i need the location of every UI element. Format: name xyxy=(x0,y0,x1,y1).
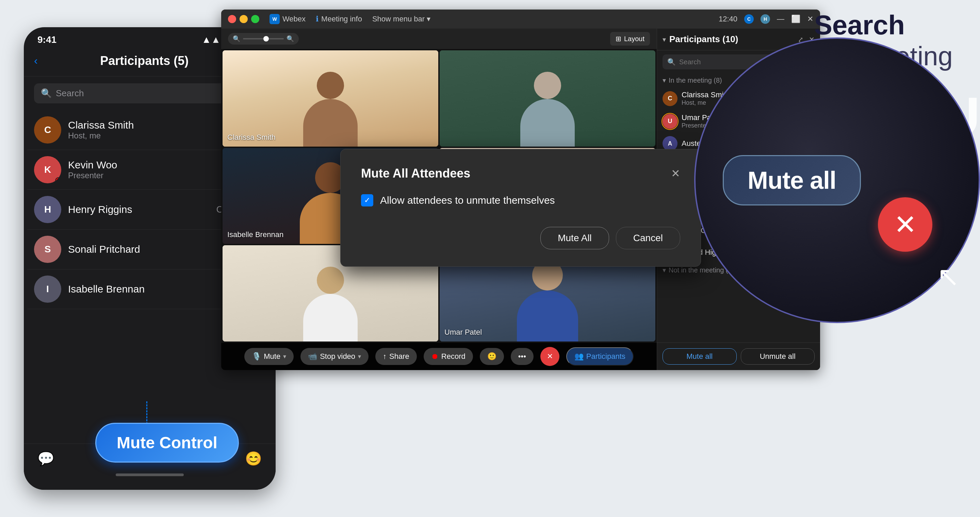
maximize-button[interactable] xyxy=(251,15,259,23)
participant-role: Presenter xyxy=(68,171,237,180)
participant-name: Sonali Pritchard xyxy=(68,244,237,255)
phone-time: 9:41 xyxy=(37,34,56,45)
stop-video-label: Stop video xyxy=(320,352,355,361)
allow-unmute-checkbox[interactable]: ✓ xyxy=(361,194,373,206)
home-indicator xyxy=(116,473,184,476)
participant-name: Henry Riggins xyxy=(68,204,210,215)
meeting-info-button[interactable]: ℹ Meeting info xyxy=(316,14,362,24)
zoom-slider[interactable] xyxy=(243,38,284,40)
video-controls-bar: 🎙️ Mute ▾ 📹 Stop video ▾ ↑ Share ⏺ Recor… xyxy=(221,343,657,370)
zoom-in-icon[interactable]: 🔍 xyxy=(286,35,294,43)
mute-all-large-button[interactable]: Mute all xyxy=(723,155,861,205)
record-button[interactable]: ⏺ Record xyxy=(424,348,473,365)
participants-panel-button[interactable]: 👥 Participants xyxy=(566,347,633,366)
layout-icon: ⊞ xyxy=(616,35,621,43)
share-button[interactable]: ↑ Share xyxy=(375,348,417,365)
dialog-checkbox-row: ✓ Allow attendees to unmute themselves xyxy=(361,194,680,206)
video-name-tag: Isabelle Brennan xyxy=(227,230,283,239)
share-label: Share xyxy=(389,352,409,361)
mute-label: Mute xyxy=(264,352,280,361)
chevron-icon: ▾ xyxy=(662,76,666,84)
avatar: K xyxy=(34,156,61,183)
phone-panel-title: Participants (5) xyxy=(100,54,189,68)
mute-button[interactable]: 🎙️ Mute ▾ xyxy=(244,348,294,365)
window-controls xyxy=(228,15,259,23)
layout-button[interactable]: ⊞ Layout xyxy=(610,32,650,46)
close-button[interactable] xyxy=(228,15,236,23)
video-toolbar: 🔍 🔍 ⊞ Layout xyxy=(221,29,657,49)
layout-label: Layout xyxy=(624,35,644,43)
end-call-button[interactable]: ✕ xyxy=(540,347,559,366)
dialog-header: Mute All Attendees ✕ xyxy=(361,167,680,181)
back-button[interactable]: ‹ xyxy=(34,54,38,67)
end-call-icon: ✕ xyxy=(547,352,553,361)
search-icon: 🔍 xyxy=(41,88,52,98)
more-button[interactable]: ••• xyxy=(511,348,533,365)
dialog-actions: Mute All Cancel xyxy=(361,227,680,249)
avatar: C xyxy=(34,116,61,144)
collapse-panel-icon[interactable]: ▾ xyxy=(662,35,666,44)
search-placeholder: Search xyxy=(56,88,84,98)
avatar: I xyxy=(34,276,61,303)
show-menu-bar-button[interactable]: Show menu bar ▾ xyxy=(372,14,430,24)
mute-chevron-icon: ▾ xyxy=(283,353,286,360)
participant-name: Isabelle Brennan xyxy=(68,283,237,295)
checkbox-label: Allow attendees to unmute themselves xyxy=(380,195,555,206)
share-icon: ↑ xyxy=(383,352,387,361)
webex-logo-area: W Webex xyxy=(269,14,305,24)
meeting-info-label: Meeting info xyxy=(321,14,362,24)
record-label: Record xyxy=(441,352,466,361)
video-icon: 📹 xyxy=(308,352,317,361)
stop-video-button[interactable]: 📹 Stop video ▾ xyxy=(301,348,369,365)
reactions-icon: 🙂 xyxy=(487,352,496,361)
cursor-pointer: ↖ xyxy=(937,261,959,292)
mute-all-confirm-button[interactable]: Mute All xyxy=(540,227,609,249)
unmute-all-button[interactable]: Unmute all xyxy=(741,348,815,365)
mute-all-dialog[interactable]: Mute All Attendees ✕ ✓ Allow attendees t… xyxy=(340,149,701,266)
mute-all-bubble-area: Mute all ✕ ↖ xyxy=(674,21,980,327)
chevron-down-icon: ▾ xyxy=(427,14,430,24)
zoom-control[interactable]: 🔍 🔍 xyxy=(228,33,299,44)
record-icon: ⏺ xyxy=(431,352,439,361)
participants-label: Participants xyxy=(586,352,625,361)
chat-icon[interactable]: 💬 xyxy=(37,451,54,467)
participant-role: Host, me xyxy=(68,131,237,141)
mute-all-button[interactable]: Mute all xyxy=(662,348,737,365)
webex-logo: W xyxy=(269,14,280,24)
reactions-button[interactable]: 🙂 xyxy=(480,348,504,365)
close-mute-all-button[interactable]: ✕ xyxy=(878,197,932,252)
cancel-button[interactable]: Cancel xyxy=(616,227,680,249)
app-name: Webex xyxy=(282,14,305,24)
show-menu-label: Show menu bar xyxy=(372,14,425,24)
video-cell xyxy=(440,50,655,147)
emoji-icon[interactable]: 😊 xyxy=(245,451,262,467)
participants-icon: 👥 xyxy=(574,352,584,361)
more-icon: ••• xyxy=(518,352,526,361)
avatar: S xyxy=(34,236,61,263)
avatar: H xyxy=(34,196,61,223)
microphone-icon: 🎙️ xyxy=(252,352,261,361)
zoom-out-icon[interactable]: 🔍 xyxy=(233,35,240,43)
panel-footer: Mute all Unmute all xyxy=(657,343,820,370)
video-name-tag: Umar Patel xyxy=(444,328,482,337)
info-icon: ℹ xyxy=(316,14,318,24)
video-name-tag: Clarissa Smith xyxy=(227,133,275,142)
video-chevron-icon: ▾ xyxy=(358,353,361,360)
dialog-title: Mute All Attendees xyxy=(361,167,470,181)
mute-control-bubble[interactable]: Mute Control xyxy=(95,423,239,463)
participant-name: Clarissa Smith xyxy=(68,119,237,131)
mute-all-label: Mute all xyxy=(748,167,836,194)
participant-name: Kevin Woo xyxy=(68,159,237,171)
video-cell: Clarissa Smith xyxy=(223,50,438,147)
chevron-icon: ▾ xyxy=(662,266,666,274)
minimize-button[interactable] xyxy=(240,15,248,23)
